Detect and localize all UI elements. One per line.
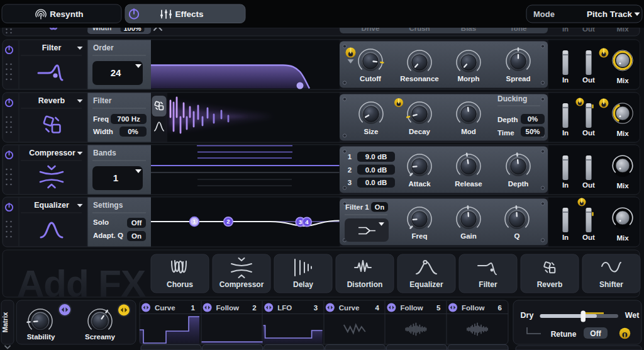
svg-text:3: 3	[299, 218, 302, 225]
svg-text:Matrix: Matrix	[1, 312, 9, 332]
svg-text:In: In	[562, 76, 569, 84]
svg-text:1: 1	[191, 304, 196, 312]
svg-text:Wet: Wet	[625, 311, 640, 320]
svg-text:Screamy: Screamy	[85, 333, 116, 341]
svg-text:Ducking: Ducking	[497, 94, 527, 103]
svg-text:Width: Width	[93, 128, 113, 135]
svg-text:50%: 50%	[525, 128, 540, 135]
svg-text:700 Hz: 700 Hz	[117, 115, 140, 123]
svg-text:Add FX: Add FX	[17, 262, 146, 305]
svg-text:Pitch Track: Pitch Track	[587, 9, 633, 19]
svg-text:9.0 dB: 9.0 dB	[365, 153, 387, 161]
svg-text:3: 3	[348, 179, 352, 186]
svg-text:0%: 0%	[128, 128, 138, 135]
svg-text:Distortion: Distortion	[347, 280, 383, 289]
svg-text:Filter: Filter	[93, 96, 112, 105]
svg-text:Follow: Follow	[216, 304, 239, 312]
svg-text:Morph: Morph	[457, 75, 479, 82]
svg-text:In: In	[562, 181, 569, 189]
svg-text:Solo: Solo	[93, 218, 109, 226]
svg-text:Q: Q	[514, 232, 520, 240]
svg-text:Adapt. Q: Adapt. Q	[93, 232, 123, 239]
svg-text:1: 1	[348, 153, 352, 161]
svg-text:Out: Out	[582, 76, 595, 84]
svg-text:Filter: Filter	[479, 280, 497, 289]
svg-text:Cutoff: Cutoff	[360, 75, 381, 82]
svg-text:Filter 1: Filter 1	[345, 203, 369, 211]
svg-text:Follow: Follow	[462, 304, 484, 312]
svg-text:Reverb: Reverb	[537, 280, 563, 289]
svg-text:Reverb: Reverb	[38, 96, 65, 105]
svg-text:Gain: Gain	[460, 232, 477, 240]
svg-text:Order: Order	[93, 43, 114, 52]
svg-text:1: 1	[113, 172, 118, 183]
svg-text:Mix: Mix	[616, 77, 629, 84]
svg-text:In: In	[562, 129, 569, 137]
svg-text:Time: Time	[497, 129, 514, 137]
svg-text:Attack: Attack	[408, 180, 431, 188]
svg-text:Settings: Settings	[93, 201, 123, 210]
svg-text:Resonance: Resonance	[400, 75, 438, 82]
svg-text:0.0 dB: 0.0 dB	[365, 166, 387, 174]
svg-text:Compressor: Compressor	[219, 280, 264, 289]
svg-text:Mode: Mode	[533, 9, 555, 19]
svg-text:Off: Off	[131, 219, 142, 227]
svg-text:2: 2	[226, 218, 230, 225]
svg-text:Equalizer: Equalizer	[409, 280, 443, 289]
svg-text:Size: Size	[364, 128, 378, 135]
svg-text:Out: Out	[582, 129, 595, 137]
svg-text:Release: Release	[455, 180, 482, 188]
svg-text:Spread: Spread	[506, 75, 531, 82]
svg-text:Compressor: Compressor	[29, 149, 75, 157]
svg-text:In: In	[562, 234, 569, 241]
svg-text:Mix: Mix	[616, 234, 629, 242]
svg-text:0%: 0%	[528, 115, 538, 123]
svg-text:Follow: Follow	[400, 304, 423, 312]
svg-text:24: 24	[111, 67, 121, 78]
svg-text:Shifter: Shifter	[599, 280, 623, 289]
svg-text:5: 5	[436, 304, 441, 312]
svg-text:Bands: Bands	[93, 149, 116, 157]
svg-text:Decay: Decay	[409, 128, 430, 135]
svg-text:1: 1	[192, 218, 196, 225]
svg-text:Out: Out	[582, 181, 595, 189]
svg-text:3: 3	[314, 304, 318, 312]
svg-text:Depth: Depth	[508, 180, 529, 188]
svg-text:4: 4	[305, 218, 309, 225]
svg-text:Curve: Curve	[339, 304, 360, 312]
svg-text:Freq: Freq	[93, 115, 109, 123]
svg-text:Stability: Stability	[27, 333, 55, 341]
svg-text:Retune: Retune	[551, 330, 577, 339]
svg-text:LFO: LFO	[277, 304, 292, 312]
svg-text:Out: Out	[582, 234, 595, 241]
svg-text:Resynth: Resynth	[50, 9, 83, 19]
svg-text:Mix: Mix	[616, 130, 629, 137]
svg-text:Depth: Depth	[497, 116, 518, 123]
svg-text:Filter: Filter	[42, 43, 62, 52]
svg-text:Curve: Curve	[155, 304, 175, 312]
svg-text:Delay: Delay	[293, 280, 313, 289]
svg-text:6: 6	[498, 304, 502, 312]
svg-text:2: 2	[252, 304, 256, 312]
svg-text:2: 2	[348, 166, 352, 174]
svg-text:Dry: Dry	[521, 311, 534, 320]
svg-text:Effects: Effects	[175, 9, 203, 19]
svg-text:Mix: Mix	[616, 182, 629, 189]
svg-text:On: On	[375, 203, 385, 211]
svg-text:Mod: Mod	[461, 128, 476, 135]
svg-text:On: On	[131, 232, 142, 240]
svg-text:Freq: Freq	[412, 232, 428, 240]
svg-text:Chorus: Chorus	[167, 280, 193, 289]
svg-text:4: 4	[375, 304, 379, 312]
svg-text:0.0 dB: 0.0 dB	[365, 179, 387, 186]
svg-text:Equalizer: Equalizer	[34, 201, 69, 210]
svg-text:Off: Off	[590, 329, 601, 338]
